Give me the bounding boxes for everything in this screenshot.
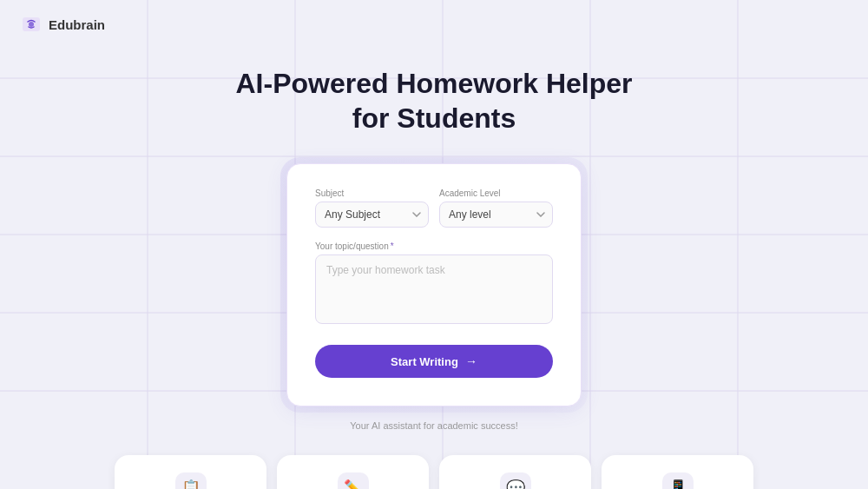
subject-group: Subject Any Subject Math Science History… bbox=[315, 188, 429, 228]
feature-icon-realtime: 📱 bbox=[662, 472, 694, 489]
level-select[interactable]: Any level Elementary Middle School High … bbox=[439, 202, 553, 228]
feature-card-immediate: 💬 Immediate bbox=[439, 455, 591, 489]
feature-card-realtime: 📱 Real-time bbox=[602, 455, 753, 489]
required-indicator: * bbox=[391, 241, 394, 251]
feature-icon-any: 📋 bbox=[175, 472, 207, 489]
form-top-row: Subject Any Subject Math Science History… bbox=[315, 188, 553, 228]
main-content: AI-Powered Homework Helper for Students … bbox=[0, 49, 868, 489]
topic-textarea[interactable] bbox=[315, 254, 553, 324]
form-card: Subject Any Subject Math Science History… bbox=[286, 163, 582, 406]
hero-title: AI-Powered Homework Helper for Students bbox=[217, 66, 651, 135]
level-label: Academic Level bbox=[439, 188, 553, 198]
feature-row: 📋 Any ✏️ 100% Free 💬 Immediate 📱 Real-ti… bbox=[0, 455, 868, 489]
feature-icon-free: ✏️ bbox=[338, 472, 369, 489]
feature-icon-immediate: 💬 bbox=[500, 472, 531, 489]
svg-point-11 bbox=[29, 22, 34, 27]
brand-name: Edubrain bbox=[49, 17, 105, 32]
logo-icon bbox=[21, 14, 42, 35]
arrow-icon: → bbox=[465, 354, 477, 368]
topic-label-row: Your topic/question * bbox=[315, 241, 553, 251]
subject-select[interactable]: Any Subject Math Science History English bbox=[315, 202, 429, 228]
topic-group: Your topic/question * bbox=[315, 241, 553, 327]
subject-label: Subject bbox=[315, 188, 429, 198]
feature-card-free: ✏️ 100% Free bbox=[277, 455, 429, 489]
start-writing-button[interactable]: Start Writing → bbox=[315, 345, 553, 378]
topic-label: Your topic/question bbox=[315, 241, 389, 251]
submit-label: Start Writing bbox=[391, 355, 458, 368]
tagline: Your AI assistant for academic success! bbox=[350, 420, 517, 431]
level-group: Academic Level Any level Elementary Midd… bbox=[439, 188, 553, 228]
header: Edubrain bbox=[0, 0, 868, 49]
feature-card-any: 📋 Any bbox=[115, 455, 266, 489]
